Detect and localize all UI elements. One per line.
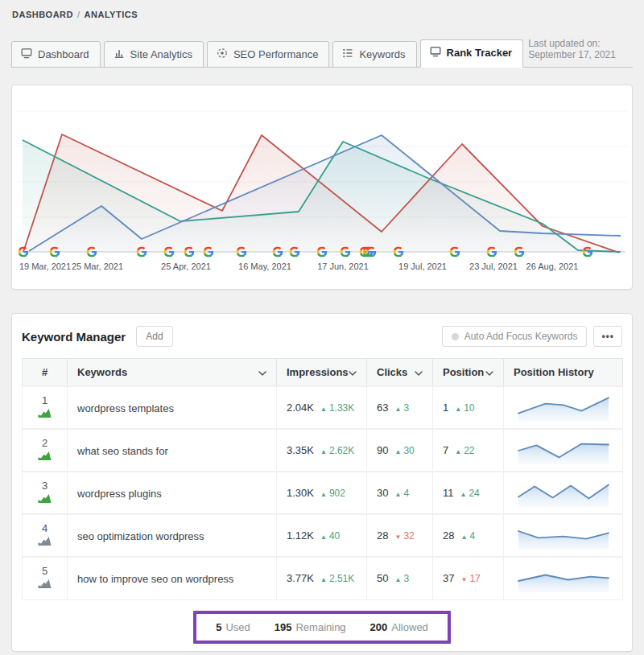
impressions-delta: ▲40 bbox=[320, 530, 340, 542]
tab-label: Dashboard bbox=[38, 48, 89, 60]
breadcrumb-item-dashboard[interactable]: DASHBOARD bbox=[12, 10, 73, 19]
breadcrumb: DASHBOARD/ANALYTICS bbox=[11, 8, 633, 21]
focus-icon bbox=[217, 47, 228, 61]
clicks-value: 50 bbox=[377, 572, 388, 584]
keyword-text[interactable]: seo optimization wordpress bbox=[77, 530, 204, 542]
delta-arrow-icon: ▲ bbox=[320, 448, 327, 455]
tab-label: Keywords bbox=[359, 48, 405, 60]
delta-arrow-icon: ▲ bbox=[394, 448, 401, 455]
keywords-table: # Keywords Impressions Clicks Position P… bbox=[22, 358, 623, 600]
impressions-delta: ▲1.33K bbox=[320, 402, 354, 414]
tab-rank-tracker[interactable]: Rank Tracker bbox=[420, 39, 524, 68]
position-history-sparkline bbox=[514, 477, 613, 509]
x-axis-date-label: 23 Jul, 2021 bbox=[469, 262, 518, 271]
delta-arrow-icon: ▼ bbox=[460, 576, 467, 583]
keyword-text[interactable]: what seo stands for bbox=[77, 445, 168, 457]
tab-keywords[interactable]: Keywords bbox=[332, 41, 416, 68]
bar-chart-icon bbox=[114, 47, 125, 61]
rank-number: 3 bbox=[26, 480, 64, 492]
impressions-delta: ▲2.51K bbox=[320, 573, 354, 584]
table-row: 5how to improve seo on wordpress3.77K▲2.… bbox=[23, 557, 623, 599]
table-row: 3wordpress plugins1.30K▲90230▲411▲24 bbox=[23, 472, 623, 514]
impressions-delta: ▲902 bbox=[320, 488, 345, 499]
clicks-delta: ▲3 bbox=[394, 402, 409, 414]
column-header-clicks[interactable]: Clicks bbox=[367, 359, 433, 387]
delta-arrow-icon: ▲ bbox=[394, 406, 401, 413]
position-delta: ▲10 bbox=[455, 402, 474, 414]
delta-arrow-icon: ▼ bbox=[394, 533, 401, 541]
clicks-value: 63 bbox=[377, 402, 388, 414]
auto-add-focus-keywords-button[interactable]: Auto Add Focus Keywords bbox=[442, 326, 588, 347]
delta-arrow-icon: ▲ bbox=[460, 491, 467, 498]
delta-arrow-icon: ▲ bbox=[455, 448, 461, 455]
last-updated-text: Last updated on: September 17, 2021 bbox=[526, 31, 633, 67]
rank-number: 5 bbox=[26, 565, 64, 577]
impressions-delta: ▲2.62K bbox=[320, 445, 354, 456]
chevron-down-icon[interactable] bbox=[258, 366, 266, 378]
breadcrumb-item-analytics: ANALYTICS bbox=[85, 10, 138, 19]
rank-number: 1 bbox=[26, 394, 64, 406]
quota-used: 5Used bbox=[216, 621, 250, 633]
x-axis-date-label: 25 Apr, 2021 bbox=[161, 262, 211, 271]
position-history-sparkline bbox=[514, 562, 613, 595]
trend-icon bbox=[38, 451, 52, 460]
clicks-value: 28 bbox=[377, 529, 388, 542]
add-keyword-button[interactable]: Add bbox=[136, 326, 172, 347]
chevron-down-icon[interactable] bbox=[485, 366, 493, 378]
trend-icon bbox=[38, 408, 52, 418]
chevron-down-icon[interactable] bbox=[349, 366, 357, 378]
delta-arrow-icon: ▲ bbox=[320, 533, 327, 541]
impressions-value: 3.35K bbox=[287, 444, 314, 456]
delta-arrow-icon: ▲ bbox=[460, 533, 467, 541]
keyword-quota-box: 5Used 195Remaining 200Allowed bbox=[193, 611, 451, 644]
table-row: 2what seo stands for3.35K▲2.62K90▲307▲22 bbox=[23, 429, 623, 472]
impressions-value: 1.12K bbox=[287, 529, 314, 542]
position-history-sparkline bbox=[514, 392, 613, 424]
position-value: 11 bbox=[443, 487, 454, 499]
column-header-impressions[interactable]: Impressions bbox=[277, 359, 367, 387]
x-axis-date-label: 19 Mar, 2021 bbox=[19, 262, 71, 271]
tab-label: Rank Tracker bbox=[447, 47, 513, 59]
tab-bar: Dashboard Site Analytics SEO Performance… bbox=[11, 31, 633, 68]
tab-label: Site Analytics bbox=[130, 48, 192, 60]
trend-icon bbox=[38, 493, 52, 503]
position-delta: ▲24 bbox=[460, 488, 480, 499]
column-header-position-history: Position History bbox=[504, 359, 623, 387]
tab-seo-performance[interactable]: SEO Performance bbox=[207, 41, 330, 68]
more-options-button[interactable]: ••• bbox=[593, 326, 622, 347]
quota-allowed: 200Allowed bbox=[370, 621, 428, 633]
keyword-text[interactable]: wordpress plugins bbox=[77, 488, 162, 500]
tab-label: SEO Performance bbox=[233, 48, 319, 60]
keyword-text[interactable]: how to improve seo on wordpress bbox=[77, 573, 233, 585]
trend-icon bbox=[38, 536, 52, 546]
tab-dashboard[interactable]: Dashboard bbox=[11, 41, 101, 68]
position-history-sparkline bbox=[514, 435, 613, 467]
quota-remaining: 195Remaining bbox=[275, 621, 346, 633]
x-axis-date-label: 26 Aug, 2021 bbox=[526, 262, 579, 271]
impressions-value: 1.30K bbox=[287, 487, 314, 499]
clicks-delta: ▲3 bbox=[394, 573, 409, 584]
column-header-position[interactable]: Position bbox=[433, 359, 504, 387]
rank-number: 2 bbox=[26, 437, 64, 449]
delta-arrow-icon: ▲ bbox=[394, 576, 401, 583]
chevron-down-icon[interactable] bbox=[415, 366, 423, 378]
column-header-keywords[interactable]: Keywords bbox=[68, 359, 277, 387]
x-axis-date-label: 17 Jun, 2021 bbox=[317, 262, 369, 271]
x-axis-date-label: 19 Jul, 2021 bbox=[398, 262, 447, 271]
tab-site-analytics[interactable]: Site Analytics bbox=[104, 41, 204, 68]
toggle-dot-icon bbox=[452, 333, 459, 340]
position-value: 7 bbox=[443, 444, 448, 456]
position-delta: ▲22 bbox=[455, 445, 474, 456]
clicks-delta: ▼32 bbox=[394, 530, 414, 542]
table-row: 4seo optimization wordpress1.12K▲4028▼32… bbox=[23, 514, 623, 557]
clicks-delta: ▲30 bbox=[394, 445, 414, 456]
position-history-sparkline bbox=[514, 520, 613, 552]
position-delta: ▼17 bbox=[460, 573, 480, 584]
x-axis-date-label: 25 Mar, 2021 bbox=[72, 262, 123, 271]
clicks-value: 90 bbox=[377, 444, 388, 456]
table-header-row: # Keywords Impressions Clicks Position P… bbox=[23, 359, 623, 387]
keyword-text[interactable]: wordpress templates bbox=[77, 402, 174, 414]
keyword-manager-header: Keyword Manager Add Auto Add Focus Keywo… bbox=[12, 314, 632, 358]
trend-icon bbox=[38, 579, 52, 588]
delta-arrow-icon: ▲ bbox=[394, 491, 401, 498]
